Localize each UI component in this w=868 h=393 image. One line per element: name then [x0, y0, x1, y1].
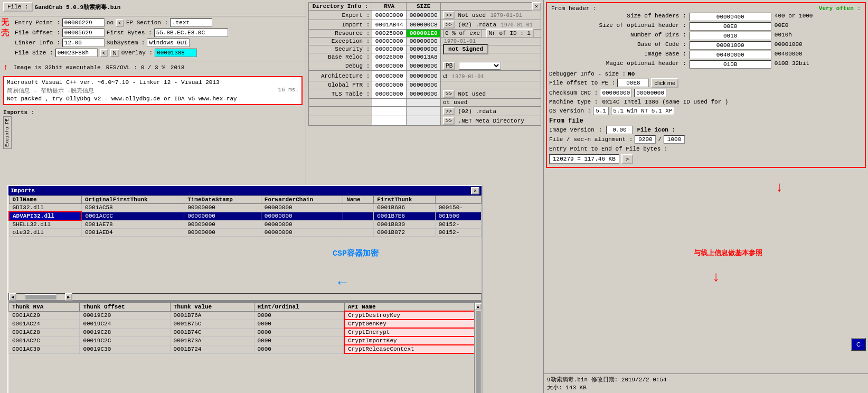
- filesize-n-btn[interactable]: N: [110, 49, 119, 57]
- oo-label: oo: [107, 20, 114, 26]
- dir-extra-import: >> (02) .rdata 1970-01-01: [441, 20, 541, 30]
- imports-lower-scrollbar[interactable]: ▲ ▼: [474, 303, 482, 393]
- checksum-value2: 00000000: [634, 89, 666, 97]
- middle-close-btn[interactable]: ✕: [532, 2, 541, 11]
- ep-end-btn[interactable]: >: [621, 154, 633, 164]
- dir-size-tls: 00000000: [407, 89, 441, 99]
- imp-col-name: Name: [343, 196, 374, 204]
- scrollbar-up-btn[interactable]: ▲: [475, 303, 482, 310]
- overlay-value: 00001388: [155, 49, 197, 57]
- click-me-btn[interactable]: click me: [651, 78, 678, 88]
- imp-cell-gdi32-ft2: 000150-: [435, 204, 481, 212]
- dir-label-extra1: [309, 99, 372, 107]
- dir-btn-extra3[interactable]: >>: [443, 117, 455, 125]
- directory-table: Directory Info : RVA SIZE Export : 00000…: [308, 2, 541, 126]
- dir-row-exception: Exception : 00000000 00000000 1970-01-01: [309, 38, 541, 45]
- imp-thunk-hint-4: 0000: [254, 336, 344, 345]
- dir-row-extra1: ot used: [309, 99, 541, 107]
- scrollbar-right-btn[interactable]: ▶: [65, 293, 72, 301]
- dir-row-security: Security : 00000000 00000000 not Signed: [309, 45, 541, 53]
- file-button[interactable]: File :: [3, 2, 33, 12]
- dir-dropdown-debug[interactable]: [459, 62, 501, 70]
- dir-extra-extra3: >> .NET Meta Directory: [441, 116, 541, 126]
- dir-label-resource: Resource :: [309, 30, 372, 38]
- dir-label-globalptr: Global PTR :: [309, 81, 372, 89]
- file-title: GandCrab 5.0.9勒索病毒.bin: [35, 3, 121, 11]
- imp-cell-shell32-dll: SHELL32.dll: [9, 220, 81, 229]
- dir-btn-export[interactable]: >>: [443, 11, 455, 19]
- ep-end-label: Entry Point to End of File bytes :: [549, 146, 667, 152]
- imp-col-fc: ForwarderChain: [261, 196, 343, 204]
- imp-row-advapi32[interactable]: ADVAPI32.dll 0001AC0C 00000000 00000000 …: [9, 212, 482, 220]
- debugger-label: Debugger Info - size :: [549, 71, 626, 77]
- dir-label-export: Export :: [309, 11, 372, 20]
- imports-close-btn[interactable]: ✕: [471, 187, 479, 194]
- dir-col-label: Directory Info :: [309, 3, 372, 11]
- filesize-lt-btn[interactable]: <: [100, 49, 108, 57]
- dir-btn-debug-pb[interactable]: PB: [443, 62, 455, 70]
- detect2-text: 简易信息 - 帮助提示 -脱壳信息: [7, 87, 94, 95]
- dir-size-globalptr: 00000000: [407, 81, 441, 89]
- dir-refresh-arch[interactable]: ↺: [443, 72, 447, 80]
- ref-arrow-icon: ↓: [712, 269, 720, 285]
- scrollbar-thumb-v[interactable]: [476, 311, 481, 393]
- dir-notused-tls: Not used: [458, 91, 486, 97]
- imports-window-title: Imports: [11, 188, 35, 194]
- file-offset-pe-value: 00E8: [617, 79, 649, 87]
- file-offset-pe-row: File offset to PE : 00E8 click me: [549, 78, 863, 88]
- dir-row-arch: Architecture : 00000000 00000000 ↺ 1970-…: [309, 71, 541, 81]
- imp-thunk-rva-3: 0001AC28: [9, 328, 80, 336]
- dir-row-import: Import : 0001AB44 000000C8 >> (02) .rdat…: [309, 20, 541, 30]
- detect-box: Microsoft Visual C++ ver. ~6.0~7.10 - Li…: [3, 76, 303, 105]
- imp-row-ole32[interactable]: ole32.dll 0001AED4 00000000 00000000 000…: [9, 229, 482, 237]
- imp-cell-shell32-ts: 00000000: [184, 220, 261, 229]
- imports-upper-scrollbar[interactable]: ◀ ▶: [8, 293, 482, 301]
- imp-row-gdi32[interactable]: GDI32.dll 0001AC58 00000000 00000000 000…: [9, 204, 482, 212]
- imports-titlebar: Imports ✕: [8, 186, 482, 195]
- imp-cell-gdi32-name: [343, 204, 374, 212]
- dir-rva-extra1: [372, 99, 407, 107]
- dir-extra-arch: ↺ 1970-01-01: [441, 71, 541, 81]
- dir-btn-tls[interactable]: >>: [443, 90, 455, 98]
- alignment-label: File / sec-n alignment :: [549, 136, 633, 143]
- dir-size-extra2: [407, 107, 441, 116]
- imp-cell-advapi32-ft: 0001B7E6: [374, 212, 435, 220]
- image-version-label: Image version: [549, 127, 595, 133]
- csp-arrow-icon: →: [338, 275, 347, 291]
- ep-arrow-btn[interactable]: <: [116, 19, 124, 27]
- imp-thunk-api-4: CryptImportKey: [344, 336, 481, 345]
- os-version-row: OS version : 5.1 5.1 Win NT 5.1 XP: [549, 107, 863, 115]
- imports-section-label: Imports :: [0, 107, 306, 118]
- scrollbar-left-btn[interactable]: ◀: [9, 293, 16, 301]
- right-blue-btn[interactable]: C: [851, 338, 866, 351]
- dir-pct-resource: 0 % of exe: [443, 29, 482, 38]
- imp-cell-advapi32-ts: 00000000: [184, 212, 261, 220]
- imp-col-dllname: DllName: [9, 196, 81, 204]
- dir-row-export: Export : 00000000 00000000 >> Not used 1…: [309, 11, 541, 20]
- dir-label-extra3: [309, 116, 372, 126]
- imp-cell-gdi32-dll: GDI32.dll: [9, 204, 81, 212]
- ep-end-value: 120279 = 117.46 KB: [549, 154, 619, 164]
- image-version-value: 0.00: [606, 126, 633, 134]
- rg-typ-boc: 00001000: [772, 41, 863, 50]
- dir-rva-import: 0001AB44: [372, 20, 407, 30]
- scrollbar-thumb[interactable]: [25, 294, 56, 300]
- detect2-time: 16 ms.: [278, 87, 299, 95]
- first-bytes-value: 55.8B.EC.E8.0C: [154, 29, 228, 37]
- dir-row-resource: Resource : 00025000 000001E0 0 % of exe …: [309, 30, 541, 38]
- rg-val-soh: 00000400: [690, 13, 771, 21]
- dir-rdata-extra2: (02) .rdata: [458, 108, 496, 115]
- dir-rva-globalptr: 00000000: [372, 81, 407, 89]
- debugger-value: No: [628, 71, 635, 77]
- imp-cell-shell32-ft2: 00152-: [435, 220, 481, 229]
- file-offset-value: 00005629: [62, 29, 105, 37]
- imp-thunk-offset-4: 00019C2C: [80, 336, 170, 345]
- imp-row-shell32[interactable]: SHELL32.dll 0001AE78 00000000 00000000 0…: [9, 220, 482, 229]
- imp-thunk-offset-3: 00019C28: [80, 328, 170, 336]
- image-version-sep: :: [599, 127, 602, 133]
- year: 2018: [171, 64, 184, 71]
- imp-thunk-val-3: 0001B74C: [170, 328, 254, 336]
- dir-label-basereloc: Base Reloc :: [309, 53, 372, 61]
- dir-btn-extra2[interactable]: >>: [443, 107, 455, 115]
- dir-btn-import[interactable]: >>: [443, 21, 455, 29]
